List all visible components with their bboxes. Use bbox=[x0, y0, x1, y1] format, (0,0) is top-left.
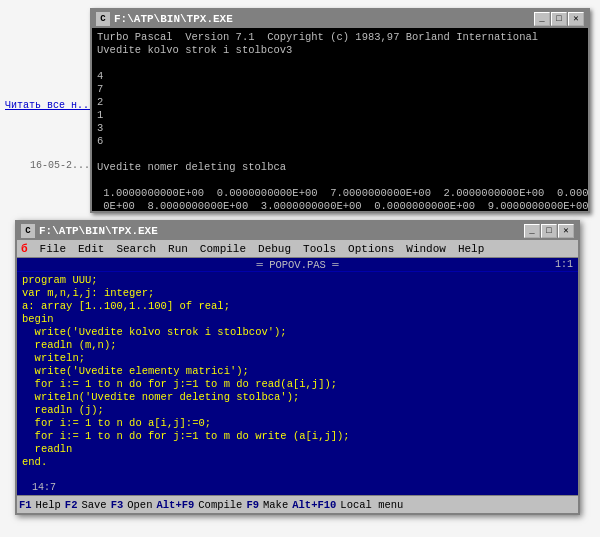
status-f3-label: Open bbox=[127, 499, 152, 511]
top-terminal-title: F:\ATP\BIN\TPX.EXE bbox=[114, 13, 233, 25]
status-f3[interactable]: F3 bbox=[111, 499, 124, 511]
code-line-1: program UUU; bbox=[22, 274, 98, 286]
menu-item-options[interactable]: Options bbox=[346, 243, 396, 255]
top-terminal-icon: C F:\ATP\BIN\TPX.EXE bbox=[96, 12, 233, 26]
menu-item-compile[interactable]: Compile bbox=[198, 243, 248, 255]
status-altf9[interactable]: Alt+F9 bbox=[156, 499, 194, 511]
status-f2[interactable]: F2 bbox=[65, 499, 78, 511]
top-terminal-controls[interactable]: _ □ ✕ bbox=[534, 12, 584, 26]
code-line-8: write('Uvedite elementy matrici'); bbox=[22, 365, 249, 377]
status-f9-label: Make bbox=[263, 499, 288, 511]
terminal-line-4: 2 bbox=[97, 96, 103, 108]
status-f9[interactable]: F9 bbox=[246, 499, 259, 511]
code-line-13: for i:= 1 to n do for j:=1 to m do write… bbox=[22, 430, 350, 442]
code-line-9: for i:= 1 to n do for j:=1 to m do read(… bbox=[22, 378, 337, 390]
menu-item-file[interactable]: File bbox=[38, 243, 68, 255]
terminal-icon: C bbox=[96, 12, 110, 26]
terminal-line-9: 1.0000000000E+00 0.0000000000E+00 7.0000… bbox=[97, 187, 588, 199]
code-line-2: var m,n,i,j: integer; bbox=[22, 287, 154, 299]
bottom-terminal-icon-title: C F:\ATP\BIN\TPX.EXE bbox=[21, 224, 158, 238]
ide-code-area[interactable]: program UUU; var m,n,i,j: integer; a: ar… bbox=[17, 272, 578, 495]
ide-line-info: 1:1 bbox=[555, 259, 573, 270]
ide-file-titlebar: ═ POPOV.PAS ═ 1:1 bbox=[17, 258, 578, 272]
bottom-terminal-title: F:\ATP\BIN\TPX.EXE bbox=[39, 225, 158, 237]
code-line-7: writeln; bbox=[22, 352, 85, 364]
code-line-5: write('Uvedite kolvo strok i stolbcov'); bbox=[22, 326, 287, 338]
left-link[interactable]: Читать все н... bbox=[5, 100, 95, 111]
terminal-header: Turbo Pascal Version 7.1 Copyright (c) 1… bbox=[97, 31, 538, 43]
terminal-line-3: 7 bbox=[97, 83, 103, 95]
terminal-line-10: 0E+00 8.0000000000E+00 3.0000000000E+00 … bbox=[97, 200, 588, 211]
terminal-line-8: Uvedite nomer deleting stolbca bbox=[97, 161, 286, 173]
status-altf10[interactable]: Alt+F10 bbox=[292, 499, 336, 511]
date-text: 16-05-2... bbox=[30, 160, 90, 171]
ide-file-title: ═ POPOV.PAS ═ bbox=[257, 259, 339, 271]
top-terminal-window: C F:\ATP\BIN\TPX.EXE _ □ ✕ Turbo Pascal … bbox=[90, 8, 590, 213]
code-line-6: readln (m,n); bbox=[22, 339, 117, 351]
code-line-14: readln bbox=[22, 443, 72, 455]
terminal-line-1: Uvedite kolvo strok i stolbcov3 bbox=[97, 44, 292, 56]
menu-item-б[interactable]: б bbox=[19, 243, 30, 255]
code-line-15: end. bbox=[22, 456, 47, 468]
menu-item-debug[interactable]: Debug bbox=[256, 243, 293, 255]
ide-statusbar: F1 Help F2 Save F3 Open Alt+F9 Compile F… bbox=[17, 495, 578, 513]
top-terminal-titlebar: C F:\ATP\BIN\TPX.EXE _ □ ✕ bbox=[92, 10, 588, 28]
menu-item-window[interactable]: Window bbox=[404, 243, 448, 255]
code-line-3: a: array [1..100,1..100] of real; bbox=[22, 300, 230, 312]
menu-item-help[interactable]: Help bbox=[456, 243, 486, 255]
code-line-11: readln (j); bbox=[22, 404, 104, 416]
status-altf10-label: Local menu bbox=[340, 499, 403, 511]
bottom-terminal-titlebar: C F:\ATP\BIN\TPX.EXE _ □ ✕ bbox=[17, 222, 578, 240]
minimize-button[interactable]: _ bbox=[534, 12, 550, 26]
menu-item-run[interactable]: Run bbox=[166, 243, 190, 255]
code-line-4: begin bbox=[22, 313, 54, 325]
terminal-line-6: 3 bbox=[97, 122, 103, 134]
terminal-line-5: 1 bbox=[97, 109, 103, 121]
status-f2-label: Save bbox=[81, 499, 106, 511]
bottom-close-button[interactable]: ✕ bbox=[558, 224, 574, 238]
bottom-minimize-button[interactable]: _ bbox=[524, 224, 540, 238]
menu-item-tools[interactable]: Tools bbox=[301, 243, 338, 255]
maximize-button[interactable]: □ bbox=[551, 12, 567, 26]
ide-menubar: б File Edit Search Run Compile Debug Too… bbox=[17, 240, 578, 258]
terminal-line-7: 6 bbox=[97, 135, 103, 147]
status-altf9-label: Compile bbox=[198, 499, 242, 511]
bottom-maximize-button[interactable]: □ bbox=[541, 224, 557, 238]
menu-item-edit[interactable]: Edit bbox=[76, 243, 106, 255]
terminal-line-2: 4 bbox=[97, 70, 103, 82]
code-line-12: for i:= 1 to n do a[i,j]:=0; bbox=[22, 417, 211, 429]
menu-item-search[interactable]: Search bbox=[114, 243, 158, 255]
code-line-10: writeln('Uvedite nomer deleting stolbca'… bbox=[22, 391, 299, 403]
status-f1-label: Help bbox=[36, 499, 61, 511]
close-button[interactable]: ✕ bbox=[568, 12, 584, 26]
cursor-position: 14:7 bbox=[32, 482, 56, 493]
top-terminal-content: Turbo Pascal Version 7.1 Copyright (c) 1… bbox=[92, 28, 588, 211]
bottom-terminal-window: C F:\ATP\BIN\TPX.EXE _ □ ✕ б File Edit S… bbox=[15, 220, 580, 515]
bottom-terminal-controls[interactable]: _ □ ✕ bbox=[524, 224, 574, 238]
bottom-terminal-icon: C bbox=[21, 224, 35, 238]
status-f1[interactable]: F1 bbox=[19, 499, 32, 511]
